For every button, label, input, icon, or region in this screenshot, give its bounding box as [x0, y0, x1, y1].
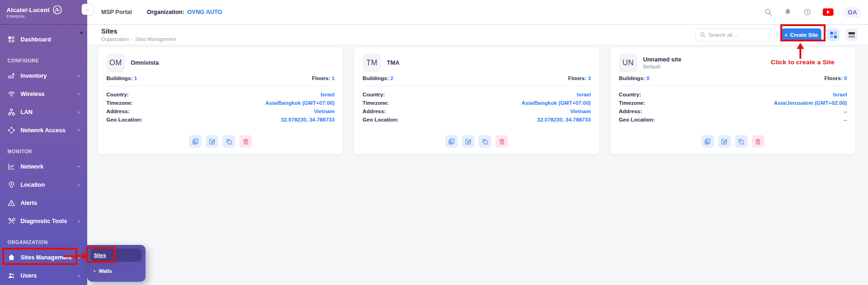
geo-location-value: 32.078230, 34.788733: [281, 115, 334, 124]
sidebar-item-sites-management[interactable]: Sites Management ›: [0, 248, 87, 266]
youtube-icon[interactable]: [823, 8, 833, 16]
sidebar-item-network-access[interactable]: Network Access ›: [0, 121, 87, 139]
page-header: Sites Organization-Sites Management + Cr…: [87, 25, 868, 44]
sites-management-submenu: Sites•Walls: [87, 245, 146, 282]
delete-button[interactable]: [752, 135, 764, 148]
submenu-item-sites[interactable]: Sites: [91, 249, 142, 262]
address-label: Address:: [362, 107, 386, 115]
floorplan-icon: [448, 138, 455, 145]
floors-value[interactable]: 1: [332, 75, 334, 81]
sidebar-item-users[interactable]: Users ›: [0, 266, 87, 285]
buildings-value[interactable]: 1: [134, 75, 137, 81]
country-row: Country:Israel: [106, 90, 334, 99]
search-icon: [700, 32, 706, 38]
site-name: Unnamed site: [643, 56, 681, 63]
sidebar-item-alerts[interactable]: Alerts: [0, 194, 87, 212]
edit-button[interactable]: [206, 135, 218, 148]
breadcrumb-sites-management[interactable]: Sites Management: [135, 36, 176, 42]
geo-location-row: Geo Location:32.078230, 34.788733: [362, 115, 590, 124]
sidebar-item-network[interactable]: Network ›: [0, 157, 87, 176]
inventory-icon: [7, 72, 15, 80]
delete-button[interactable]: [239, 135, 252, 148]
timezone-value: Asia/Jerusalem (GMT+02:00): [774, 99, 847, 107]
wifi-icon: [7, 90, 15, 98]
brand-subtitle: Enterprise: [7, 14, 87, 19]
site-card-omnivista[interactable]: OM Omnivista Buildings: 1 Floors: 1 Coun…: [97, 47, 343, 155]
menu-scroll-up-icon[interactable]: ▲: [79, 30, 83, 34]
chevron-right-icon: ›: [78, 217, 80, 224]
geo-location-row: Geo Location:32.078230, 34.788733: [106, 115, 334, 124]
duplicate-button[interactable]: [479, 135, 491, 148]
dashboard-grid-icon: [7, 35, 15, 43]
brand-name: Alcatel·Lucent: [7, 7, 49, 14]
divider: [619, 86, 847, 86]
sidebar-item-diagnostic-tools[interactable]: Diagnostic Tools ›: [0, 212, 87, 230]
floorplan-button[interactable]: [445, 135, 458, 148]
floors-value[interactable]: 0: [844, 75, 847, 81]
address-label: Address:: [106, 107, 130, 115]
sidebar-item-inventory[interactable]: Inventory ›: [0, 67, 87, 85]
page-title: Sites: [101, 28, 176, 35]
floors-label: Floors:: [568, 75, 586, 81]
edit-button[interactable]: [462, 135, 474, 148]
edit-icon: [721, 138, 728, 145]
sidebar-item-wireless[interactable]: Wireless ›: [0, 85, 87, 103]
list-view-icon: [848, 32, 855, 38]
list-view-toggle[interactable]: [845, 28, 858, 41]
floors-label: Floors:: [312, 75, 330, 81]
chart-icon: [7, 163, 15, 170]
submenu-item-label: Walls: [99, 268, 112, 274]
floors-value[interactable]: 3: [588, 75, 590, 81]
bell-icon[interactable]: [784, 8, 792, 16]
portal-title: MSP Portal: [101, 9, 132, 15]
create-site-button[interactable]: + Create Site: [781, 28, 821, 41]
help-icon[interactable]: [803, 8, 812, 16]
buildings-value[interactable]: 0: [646, 75, 649, 81]
submenu-item-label: Sites: [94, 252, 106, 258]
delete-button[interactable]: [495, 135, 508, 148]
organization-value-link[interactable]: OVNG AUTO: [187, 9, 222, 15]
address-value: Vietnam: [314, 107, 335, 115]
geo-location-value: --: [843, 115, 847, 124]
timezone-row: Timezone:Asia/Bangkok (GMT+07:00): [362, 99, 590, 107]
network-access-icon: [7, 126, 15, 134]
buildings-label: Buildings:: [362, 75, 389, 81]
site-card-tma[interactable]: TM TMA Buildings: 2 Floors: 3 Country:Is…: [354, 47, 599, 155]
geo-location-label: Geo Location:: [106, 115, 142, 124]
timezone-label: Timezone:: [619, 99, 646, 107]
country-row: Country:Israel: [362, 90, 590, 99]
sidebar-item-location[interactable]: Location ›: [0, 176, 87, 194]
search-input[interactable]: [708, 32, 771, 38]
chevron-right-icon: ›: [78, 109, 80, 115]
sidebar-item-dashboard[interactable]: Dashboard: [0, 30, 87, 48]
delete-icon: [242, 138, 250, 145]
edit-icon: [208, 138, 216, 145]
duplicate-icon: [481, 138, 489, 145]
country-value: Israel: [320, 90, 334, 99]
site-name: TMA: [387, 60, 399, 66]
divider: [106, 86, 334, 86]
sidebar-collapse-button[interactable]: ←: [82, 4, 94, 15]
floorplan-button[interactable]: [189, 135, 201, 148]
sidebar-item-lan[interactable]: LAN ›: [0, 103, 87, 121]
lan-icon: [7, 108, 15, 116]
duplicate-button[interactable]: [222, 135, 235, 148]
buildings-label: Buildings:: [106, 75, 132, 81]
geo-location-value: 32.078230, 34.788733: [537, 115, 591, 124]
site-card-unnamed-site[interactable]: UN Unnamed site Default Buildings: 0 Flo…: [610, 47, 856, 155]
site-initials-badge: TM: [362, 54, 381, 72]
floorplan-button[interactable]: [701, 135, 714, 148]
edit-button[interactable]: [718, 135, 731, 148]
duplicate-button[interactable]: [735, 135, 748, 148]
grid-view-toggle[interactable]: [827, 28, 840, 41]
buildings-value[interactable]: 2: [390, 75, 393, 81]
floorplan-icon: [192, 138, 199, 145]
avatar[interactable]: OA: [845, 7, 861, 18]
brand-swoosh-icon: [52, 5, 62, 15]
chevron-right-icon: ›: [78, 72, 80, 79]
floors-label: Floors:: [824, 75, 842, 81]
timezone-label: Timezone:: [106, 99, 133, 107]
search-icon[interactable]: [764, 8, 772, 16]
submenu-item-walls[interactable]: •Walls: [91, 265, 142, 278]
breadcrumb-organization[interactable]: Organization: [101, 36, 129, 42]
